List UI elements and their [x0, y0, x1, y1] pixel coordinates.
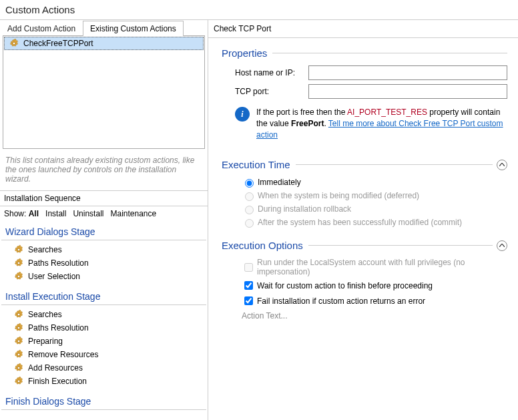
- info-icon: i: [235, 107, 250, 122]
- properties-legend: Properties: [222, 47, 267, 59]
- gear-icon: [13, 258, 24, 268]
- radio-immediately[interactable]: Immediately: [242, 177, 507, 188]
- tree-item-add-resources[interactable]: Add Resources: [11, 361, 208, 375]
- svg-point-8: [17, 367, 20, 369]
- svg-point-4: [17, 313, 20, 316]
- svg-point-3: [17, 275, 20, 278]
- tree-item-remove-resources[interactable]: Remove Resources: [11, 348, 208, 361]
- tab-add-custom-action[interactable]: Add Custom Action: [0, 21, 83, 36]
- gear-icon: [13, 271, 24, 282]
- svg-point-0: [13, 42, 15, 45]
- panel-header: Check TCP Port: [208, 20, 518, 38]
- existing-actions-list[interactable]: CheckFreeTCPPort: [3, 35, 205, 149]
- host-input[interactable]: [308, 65, 507, 80]
- gear-icon: [13, 323, 24, 333]
- tree-item-paths-resolution-2[interactable]: Paths Resolution: [11, 321, 208, 335]
- right-pane: Check TCP Port Properties Host name or I…: [208, 20, 518, 420]
- show-install[interactable]: Install: [45, 209, 66, 218]
- port-label: TCP port:: [235, 87, 308, 96]
- gear-icon: [13, 336, 24, 347]
- list-item-label: CheckFreeTCPPort: [23, 39, 93, 48]
- show-label: Show:: [4, 209, 26, 218]
- svg-point-2: [17, 262, 20, 264]
- tree-item-finish-execution[interactable]: Finish Execution: [11, 375, 208, 388]
- collapse-button[interactable]: [497, 240, 507, 251]
- gear-icon: [13, 376, 24, 387]
- collapse-button[interactable]: [497, 160, 507, 170]
- tree-item-user-selection[interactable]: User Selection: [11, 270, 208, 283]
- svg-point-5: [17, 327, 20, 329]
- check-fail[interactable]: Fail installation if custom action retur…: [242, 294, 507, 307]
- check-localsystem: Run under the LocalSystem account with f…: [242, 258, 507, 276]
- host-label: Host name or IP:: [235, 68, 308, 77]
- tree-item-preparing[interactable]: Preparing: [11, 335, 208, 348]
- execution-options-legend: Execution Options: [222, 240, 303, 251]
- gear-icon: [13, 349, 24, 360]
- gear-icon: [13, 363, 24, 373]
- tree-item-paths-resolution[interactable]: Paths Resolution: [11, 256, 208, 270]
- svg-point-1: [17, 248, 20, 251]
- stage-finish-dialogs[interactable]: Finish Dialogs Stage: [1, 393, 206, 410]
- svg-point-9: [17, 380, 20, 383]
- gear-icon: [9, 38, 19, 49]
- tree-item-searches[interactable]: Searches: [11, 243, 208, 256]
- show-maintenance[interactable]: Maintenance: [110, 209, 156, 218]
- check-wait[interactable]: Wait for custom action to finish before …: [242, 279, 507, 292]
- gear-icon: [13, 309, 24, 320]
- list-item[interactable]: CheckFreeTCPPort: [4, 37, 204, 50]
- radio-rollback: During installation rollback: [242, 204, 507, 214]
- installation-sequence-header: Installation Sequence: [0, 190, 208, 206]
- svg-point-6: [17, 340, 20, 343]
- stage-wizard-dialogs[interactable]: Wizard Dialogs Stage: [1, 224, 206, 240]
- radio-deferred: When the system is being modified (defer…: [242, 190, 507, 201]
- show-uninstall[interactable]: Uninstall: [73, 209, 103, 218]
- tab-existing-custom-actions[interactable]: Existing Custom Actions: [83, 21, 184, 36]
- window-title: Custom Actions: [0, 0, 518, 19]
- port-input[interactable]: [308, 84, 507, 99]
- info-text: If the port is free then the AI_PORT_TES…: [256, 107, 507, 140]
- stage-install-execution[interactable]: Install Execution Stage: [1, 288, 206, 305]
- left-pane: Add Custom Action Existing Custom Action…: [0, 20, 208, 420]
- svg-point-7: [17, 353, 20, 356]
- execution-time-legend: Execution Time: [222, 159, 290, 170]
- gear-icon: [13, 244, 24, 255]
- show-row: Show: All Install Uninstall Maintenance: [0, 206, 208, 221]
- show-all[interactable]: All: [29, 209, 39, 218]
- list-hint: This list contains already existing cust…: [0, 152, 208, 188]
- action-text-link[interactable]: Action Text...: [222, 311, 507, 321]
- radio-commit: After the system has been successfully m…: [242, 217, 507, 228]
- tree-item-searches-2[interactable]: Searches: [11, 308, 208, 321]
